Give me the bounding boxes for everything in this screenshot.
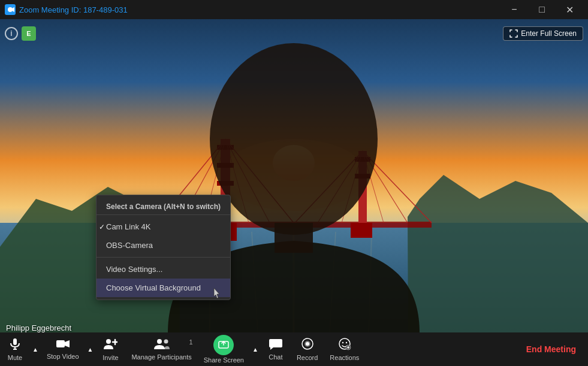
scene-svg: [0, 19, 588, 333]
svg-point-44: [157, 339, 162, 344]
menu-item-obs-camera[interactable]: OBS-Camera: [97, 236, 230, 255]
chat-label: Chat: [269, 353, 282, 361]
record-group: Record: [291, 335, 324, 364]
end-meeting-button[interactable]: End Meeting: [514, 332, 588, 366]
close-button[interactable]: ✕: [556, 0, 583, 19]
minimize-button[interactable]: −: [500, 0, 528, 19]
fullscreen-button[interactable]: Enter Full Screen: [503, 26, 583, 41]
reactions-group: Reactions: [324, 335, 365, 364]
stop-video-label: Stop Video: [47, 353, 79, 360]
menu-header: Select a Camera (Alt+N to switch): [97, 198, 230, 215]
reactions-icon: [338, 337, 351, 353]
share-chevron[interactable]: ▲: [250, 346, 261, 353]
svg-rect-21: [351, 223, 372, 238]
video-chevron[interactable]: ▲: [85, 346, 96, 353]
menu-item-video-settings[interactable]: Video Settings...: [97, 260, 230, 279]
manage-participants-button[interactable]: Manage Participants: [125, 335, 197, 363]
share-screen-label: Share Screen: [204, 356, 244, 364]
invite-button[interactable]: Invite: [95, 335, 125, 364]
svg-marker-40: [65, 340, 70, 347]
svg-point-52: [346, 342, 347, 343]
info-icon[interactable]: i: [5, 27, 18, 40]
menu-item-virtual-bg[interactable]: Choose Virtual Background: [97, 279, 230, 297]
participants-icon: [154, 338, 170, 352]
invite-icon: [103, 337, 117, 353]
record-icon: [301, 337, 314, 353]
microphone-icon: [8, 337, 22, 353]
svg-point-41: [106, 339, 111, 344]
cam-link-label: Cam Link 4K: [106, 222, 150, 231]
reactions-label: Reactions: [330, 354, 359, 361]
mouse-cursor-icon: [213, 288, 222, 300]
chat-group: Chat: [261, 335, 291, 363]
top-left-icons: i E: [5, 26, 36, 41]
virtual-bg-label: Choose Virtual Background: [106, 283, 201, 292]
share-screen-icon: [213, 335, 234, 355]
share-screen-group: Share Screen ▲: [198, 332, 261, 366]
manage-participants-label: Manage Participants: [131, 353, 191, 361]
video-area: [0, 19, 588, 333]
title-bar-left: Zoom Meeting ID: 187-489-031: [5, 4, 128, 15]
stop-video-group: Stop Video ▲: [41, 336, 96, 362]
toolbar-left: Mute ▲ Stop Video ▲: [0, 332, 514, 366]
svg-point-34: [210, 43, 378, 235]
video-settings-label: Video Settings...: [106, 265, 162, 274]
mute-chevron[interactable]: ▲: [30, 346, 41, 353]
camera-context-menu: Select a Camera (Alt+N to switch) Cam Li…: [96, 195, 231, 300]
reactions-button[interactable]: Reactions: [324, 335, 365, 364]
invite-label: Invite: [102, 354, 118, 361]
record-label: Record: [297, 354, 318, 361]
svg-rect-39: [56, 340, 65, 347]
svg-rect-35: [275, 223, 313, 253]
manage-participants-group: Manage Participants 1: [125, 335, 197, 363]
mute-button[interactable]: Mute: [0, 335, 30, 364]
svg-point-51: [342, 342, 343, 343]
mute-group: Mute ▲: [0, 335, 41, 364]
mute-label: Mute: [8, 354, 22, 361]
menu-item-cam-link[interactable]: Cam Link 4K: [97, 217, 230, 236]
chat-button[interactable]: Chat: [261, 335, 291, 363]
zoom-logo-icon: [5, 4, 16, 15]
obs-camera-label: OBS-Camera: [106, 241, 153, 250]
fullscreen-icon: [509, 29, 518, 38]
end-meeting-label: End Meeting: [526, 344, 576, 354]
record-button[interactable]: Record: [291, 335, 324, 364]
share-screen-button[interactable]: Share Screen: [198, 332, 250, 366]
chat-icon: [269, 338, 282, 352]
stop-video-button[interactable]: Stop Video: [41, 336, 85, 362]
fullscreen-label: Enter Full Screen: [521, 29, 577, 38]
maximize-button[interactable]: □: [528, 0, 556, 19]
svg-point-49: [306, 342, 309, 346]
invite-group: Invite: [95, 335, 125, 364]
name-tag: Philipp Eggebrecht: [6, 323, 71, 332]
participant-badge: E: [22, 26, 36, 41]
svg-point-1: [8, 7, 13, 12]
top-overlays: i E Enter Full Screen: [0, 23, 588, 44]
video-camera-icon: [56, 338, 70, 352]
title-bar: Zoom Meeting ID: 187-489-031 − □ ✕: [0, 0, 588, 19]
participant-count: 1: [189, 338, 193, 346]
toolbar: Mute ▲ Stop Video ▲: [0, 332, 588, 366]
svg-point-45: [164, 340, 168, 344]
menu-divider: [97, 257, 230, 258]
svg-rect-36: [13, 338, 17, 345]
window-controls: − □ ✕: [500, 0, 583, 19]
title-text: Zoom Meeting ID: 187-489-031: [19, 5, 128, 14]
